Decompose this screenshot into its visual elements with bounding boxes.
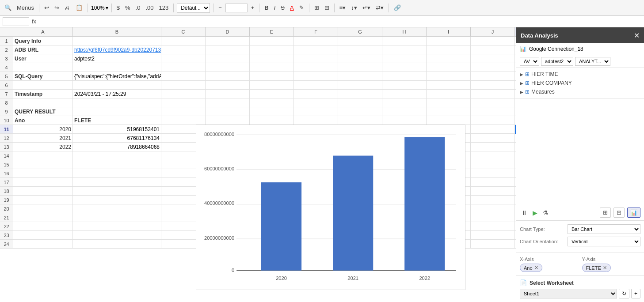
col-header-K[interactable]: K [515, 27, 516, 36]
cell[interactable]: FLETE [73, 116, 161, 125]
cell[interactable]: 51968153401 [73, 125, 161, 134]
cell[interactable] [515, 81, 516, 90]
cell[interactable] [206, 72, 250, 81]
cell[interactable] [515, 169, 516, 178]
align-button[interactable]: ≡▾ [338, 4, 348, 12]
cell[interactable] [73, 63, 161, 72]
cell[interactable] [294, 54, 338, 63]
col-header-B[interactable]: B [73, 27, 161, 36]
cell[interactable] [206, 54, 250, 63]
italic-button[interactable]: I [272, 4, 278, 12]
cell[interactable] [294, 116, 338, 125]
cell[interactable] [471, 37, 515, 45]
col-header-J[interactable]: J [471, 27, 515, 36]
cell[interactable]: 2024/03/21 - 17:25:29 [73, 90, 161, 98]
cell[interactable]: {"visualspec":{"hierOrder":false,"addAll… [73, 72, 161, 81]
undo-button[interactable]: ↩ [42, 4, 51, 12]
cell[interactable]: 67681176134 [73, 134, 161, 143]
cell[interactable] [161, 72, 206, 81]
cell[interactable] [250, 107, 294, 116]
cell[interactable] [515, 125, 516, 134]
cell[interactable] [13, 160, 73, 169]
cell[interactable] [515, 240, 516, 249]
table-view-button[interactable]: ⊞ [600, 208, 611, 218]
rtl-button[interactable]: ⇄▾ [374, 4, 385, 12]
cell[interactable] [382, 37, 427, 45]
cell[interactable] [382, 63, 427, 72]
tree-item-measures[interactable]: ▶ ⊞ Measures [516, 87, 644, 96]
cell[interactable] [161, 116, 206, 125]
borders-button[interactable]: ⊞ [312, 4, 321, 12]
cell[interactable] [161, 54, 206, 63]
font-color-button[interactable]: A [288, 4, 296, 12]
search-button[interactable]: 🔍 [3, 4, 13, 12]
cell[interactable] [73, 81, 161, 90]
cell[interactable] [294, 63, 338, 72]
cell[interactable] [338, 107, 382, 116]
cell[interactable] [294, 107, 338, 116]
cell[interactable] [73, 213, 161, 222]
pause-button[interactable]: ⏸ [520, 208, 529, 218]
cell[interactable] [73, 169, 161, 178]
cell[interactable] [471, 63, 515, 72]
cell[interactable] [206, 37, 250, 45]
cell[interactable] [338, 81, 382, 90]
tree-item-hier-time[interactable]: ▶ ⊞ HIER TIME [516, 70, 644, 79]
cell[interactable] [471, 134, 515, 143]
cell[interactable] [73, 37, 161, 45]
cell[interactable] [206, 81, 250, 90]
menus-button[interactable]: Menus [15, 4, 36, 12]
cell[interactable] [471, 116, 515, 125]
cell[interactable] [250, 116, 294, 125]
cell[interactable] [515, 37, 516, 45]
cell[interactable] [471, 151, 515, 160]
cell[interactable] [161, 81, 206, 90]
cell[interactable] [250, 54, 294, 63]
cell[interactable] [294, 98, 338, 107]
cell[interactable] [427, 90, 471, 98]
cell[interactable] [471, 169, 515, 178]
cell[interactable] [471, 72, 515, 81]
cell[interactable] [515, 143, 516, 151]
cell[interactable] [427, 37, 471, 45]
col-header-D[interactable]: D [206, 27, 250, 36]
col-header-I[interactable]: I [427, 27, 471, 36]
cell[interactable] [13, 187, 73, 196]
cell[interactable] [161, 37, 206, 45]
cell[interactable] [338, 45, 382, 54]
cell[interactable] [206, 90, 250, 98]
cell[interactable] [427, 72, 471, 81]
cell[interactable] [471, 54, 515, 63]
cell[interactable] [471, 213, 515, 222]
cell[interactable] [73, 222, 161, 231]
cell[interactable] [515, 231, 516, 240]
cell[interactable] [294, 81, 338, 90]
cell[interactable] [338, 98, 382, 107]
tree-item-hier-company[interactable]: ▶ ⊞ HIER COMPANY [516, 79, 644, 87]
cell[interactable] [515, 54, 516, 63]
cell[interactable] [250, 90, 294, 98]
cell[interactable]: QUERY RESULT [13, 107, 73, 116]
cell[interactable] [13, 204, 73, 213]
cell[interactable] [13, 169, 73, 178]
chart-type-select[interactable]: Bar Chart [568, 224, 640, 234]
cell[interactable] [382, 116, 427, 125]
font-size-input[interactable]: 10 [225, 4, 248, 12]
currency-button[interactable]: $ [115, 4, 122, 12]
cell[interactable] [471, 178, 515, 187]
cell[interactable]: 2020 [13, 125, 73, 134]
col-header-G[interactable]: G [338, 27, 382, 36]
bar-2022[interactable] [404, 137, 445, 270]
worksheet-add-button[interactable]: + [631, 289, 640, 298]
valign-button[interactable]: ↕▾ [349, 4, 359, 12]
cell[interactable] [206, 98, 250, 107]
chart-container[interactable]: 80000000000 60000000000 40000000000 2000… [196, 125, 465, 290]
cell[interactable] [382, 54, 427, 63]
cell[interactable] [206, 107, 250, 116]
cell[interactable] [13, 81, 73, 90]
cell[interactable] [515, 90, 516, 98]
cell[interactable]: adptest2 [73, 54, 161, 63]
cell[interactable] [73, 107, 161, 116]
cell[interactable] [515, 151, 516, 160]
cell[interactable] [161, 107, 206, 116]
